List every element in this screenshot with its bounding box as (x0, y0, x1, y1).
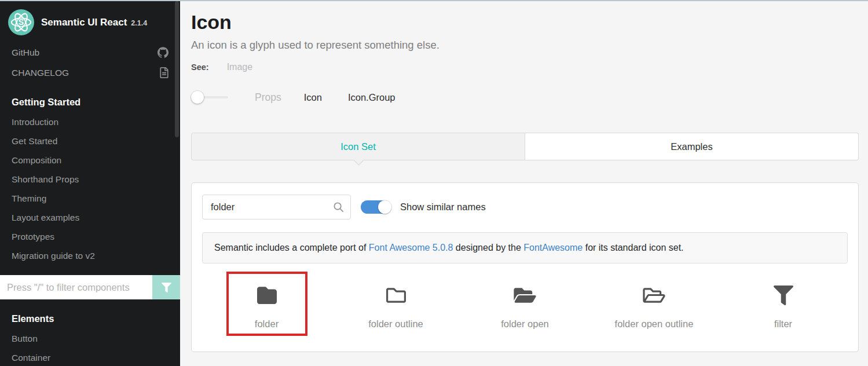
icon-set-panel: Show similar names Semantic includes a c… (191, 182, 859, 352)
folder-open-icon (511, 286, 539, 305)
icon-cell-filter[interactable]: filter (719, 272, 848, 345)
sidebar-section-elements: Elements (0, 299, 180, 330)
see-label: See: (191, 63, 209, 72)
search-icon (333, 202, 344, 213)
icon-grid: folder folder outline folder open folder… (202, 272, 848, 345)
sidebar-link-github[interactable]: GitHub (0, 42, 180, 63)
filter-icon (162, 283, 171, 292)
sidebar-item-shorthand-props[interactable]: Shorthand Props (0, 170, 180, 189)
show-similar-names-label[interactable]: Show similar names (400, 202, 486, 213)
folder-open-outline-icon (640, 286, 668, 305)
props-label: Props (255, 92, 281, 104)
slider-knob[interactable] (191, 91, 204, 104)
component-filter-button[interactable] (152, 275, 180, 299)
tab-icon-set[interactable]: Icon Set (191, 133, 525, 160)
filter-glyph-icon (774, 286, 793, 305)
sidebar-section-getting-started: Getting Started (0, 83, 180, 113)
sidebar-item-container[interactable]: Container (0, 349, 180, 366)
sidebar: S Semantic UI React2.1.4 GitHub CHANGELO… (0, 0, 180, 366)
sidebar-link-github-label: GitHub (12, 47, 39, 58)
folder-outline-icon (384, 286, 408, 305)
file-icon (160, 67, 169, 78)
brand-text: Semantic UI React2.1.4 (41, 17, 147, 28)
message-text: for its standard icon set. (583, 243, 683, 252)
component-filter (0, 275, 180, 299)
sidebar-link-changelog[interactable]: CHANGELOG (0, 63, 180, 83)
sidebar-item-theming[interactable]: Theming (0, 189, 180, 208)
page-title: Icon (191, 12, 859, 33)
sidebar-item-layout-examples[interactable]: Layout examples (0, 208, 180, 228)
sidebar-link-changelog-label: CHANGELOG (12, 68, 69, 78)
icon-label: folder open outline (589, 319, 719, 330)
icon-label: folder (202, 319, 331, 330)
toggle-knob (378, 200, 391, 214)
sidebar-item-get-started[interactable]: Get Started (0, 132, 180, 151)
tab-examples[interactable]: Examples (525, 133, 859, 160)
svg-text:S: S (19, 17, 24, 27)
sidebar-item-composition[interactable]: Composition (0, 151, 180, 170)
main-content: Icon An icon is a glyph used to represen… (180, 0, 868, 366)
page-subtitle: An icon is a glyph used to represent som… (191, 39, 859, 52)
github-icon (158, 47, 169, 58)
see-link-image[interactable]: Image (227, 62, 252, 72)
icon-search-row: Show similar names (202, 195, 848, 219)
icon-cell-folder-open-outline[interactable]: folder open outline (589, 272, 719, 345)
font-awesome-version-link[interactable]: Font Awesome 5.0.8 (369, 243, 453, 252)
icon-label: filter (719, 319, 848, 330)
sidebar-item-button[interactable]: Button (0, 330, 180, 349)
font-awesome-message: Semantic includes a complete port of Fon… (202, 232, 848, 263)
sidebar-scrollbar-thumb[interactable] (175, 1, 179, 137)
tab-bar: Icon Set Examples (191, 133, 859, 160)
icon-cell-folder-outline[interactable]: folder outline (331, 272, 460, 345)
window-top-edge (0, 0, 868, 1)
sidebar-item-migration-guide[interactable]: Migration guide to v2 (0, 247, 180, 266)
sidebar-item-introduction[interactable]: Introduction (0, 113, 180, 132)
brand-title: Semantic UI React (41, 17, 127, 28)
sidebar-item-prototypes[interactable]: Prototypes (0, 228, 180, 247)
icon-search-input[interactable] (202, 195, 351, 219)
brand-version: 2.1.4 (131, 19, 147, 27)
icon-cell-folder[interactable]: folder (202, 272, 331, 345)
props-item-icon[interactable]: Icon (304, 92, 322, 103)
icon-label: folder outline (331, 319, 460, 330)
icon-search-field (202, 195, 351, 219)
message-text: designed by the (453, 243, 523, 252)
icon-cell-folder-open[interactable]: folder open (460, 272, 589, 345)
props-bar: Props Icon Icon.Group (191, 91, 859, 104)
brand-link[interactable]: S Semantic UI React2.1.4 (0, 0, 180, 42)
semantic-ui-react-logo-icon: S (8, 9, 34, 35)
message-text: Semantic includes a complete port of (214, 243, 369, 252)
props-toggle-slider[interactable] (191, 91, 228, 104)
fontawesome-link[interactable]: FontAwesome (523, 243, 583, 252)
icon-label: folder open (460, 319, 589, 330)
component-filter-input[interactable] (0, 275, 152, 299)
show-similar-names-toggle[interactable] (361, 200, 391, 214)
folder-icon (255, 286, 279, 305)
see-also-row: See: Image (191, 62, 859, 72)
props-item-icon-group[interactable]: Icon.Group (348, 92, 395, 103)
